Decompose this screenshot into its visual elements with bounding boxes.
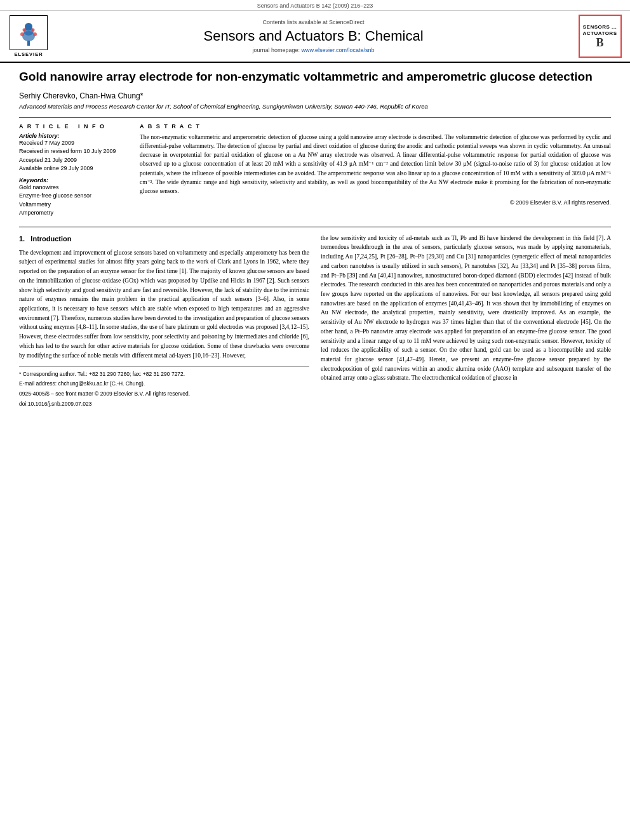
history-label: Article history: [19,133,127,139]
section1-title-text: Introduction [30,235,71,243]
received-date: Received 7 May 2009 [19,139,127,148]
journal-title: Sensors and Actuators B: Chemical [203,28,423,44]
elsevier-logo: ELSEVIER [6,15,51,58]
footnote-doi: doi:10.1016/j.snb.2009.07.023 [19,401,309,408]
body-left-col: 1. Introduction The development and impr… [19,234,309,410]
journal-citation-bar: Sensors and Actuators B 142 (2009) 216–2… [0,0,630,11]
info-abstract-section: A R T I C L E I N F O Article history: R… [19,123,611,222]
email-label: E-mail address: [19,380,57,387]
revised-date: Received in revised form 10 July 2009 [19,147,127,156]
sensors-logo-box: SENSORS ... ACTUATORS B [579,15,622,58]
article-title: Gold nanowire array electrode for non-en… [19,69,611,85]
abstract-heading: A B S T R A C T [140,123,611,130]
article-info-panel: A R T I C L E I N F O Article history: R… [19,123,127,222]
article-info-heading: A R T I C L E I N F O [19,123,127,130]
svg-point-7 [32,29,35,32]
authors: Serhiy Cherevko, Chan-Hwa Chung* [19,91,611,100]
copyright-notice: © 2009 Elsevier B.V. All rights reserved… [140,199,611,206]
svg-point-4 [20,32,24,36]
keyword-1: Gold nanowires [19,183,127,192]
affiliation: Advanced Materials and Process Research … [19,103,611,110]
svg-point-6 [23,29,26,32]
divider-1 [19,117,611,118]
article-content: Gold nanowire array electrode for non-en… [0,63,630,417]
sciencedirect-notice: Contents lists available at ScienceDirec… [262,19,364,25]
journal-header: ELSEVIER Contents lists available at Sci… [0,11,630,63]
footnote-email: E-mail address: chchung@skku.ac.kr (C.-H… [19,380,309,388]
keyword-4: Amperometry [19,209,127,218]
elsevier-tree-icon [16,18,41,47]
available-date: Available online 29 July 2009 [19,164,127,173]
homepage-url[interactable]: www.elsevier.com/locate/snb [302,47,375,53]
svg-point-5 [33,32,37,36]
accepted-date: Accepted 21 July 2009 [19,156,127,165]
article-keywords: Keywords: Gold nanowires Enzyme-free glu… [19,177,127,218]
footnote-corresponding: * Corresponding author. Tel.: +82 31 290… [19,371,309,378]
body-right-col: the low sensitivity and toxicity of ad-m… [321,234,611,410]
journal-homepage: journal homepage: www.elsevier.com/locat… [252,47,374,53]
email-value: chchung@skku.ac.kr (C.-H. Chung). [58,380,145,387]
article-history: Article history: Received 7 May 2009 Rec… [19,133,127,173]
footnotes: * Corresponding author. Tel.: +82 31 290… [19,366,309,408]
journal-center-info: Contents lists available at ScienceDirec… [56,15,571,58]
svg-point-3 [25,23,32,30]
elsevier-logo-box [10,15,48,50]
journal-citation: Sensors and Actuators B 142 (2009) 216–2… [257,3,373,9]
keywords-label: Keywords: [19,177,127,183]
keyword-3: Voltammetry [19,201,127,210]
footnote-issn: 0925-4005/$ – see front matter © 2009 El… [19,390,309,398]
sciencedirect-prefix: Contents lists available at ScienceDirec… [262,19,364,25]
body-section: 1. Introduction The development and impr… [19,234,611,410]
section1-title: 1. Introduction [19,234,309,244]
page-wrapper: Sensors and Actuators B 142 (2009) 216–2… [0,0,630,417]
intro-right-paragraph: the low sensitivity and toxicity of ad-m… [321,234,611,383]
sensors-logo-b: B [596,37,603,48]
elsevier-wordmark: ELSEVIER [14,51,43,57]
divider-2 [19,227,611,227]
homepage-label: journal homepage: [252,47,300,53]
abstract-text: The non-enzymatic voltammetric and amper… [140,133,611,196]
section1-number: 1. [19,235,25,243]
sensors-logo-container: SENSORS ... ACTUATORS B [576,15,624,58]
abstract-panel: A B S T R A C T The non-enzymatic voltam… [140,123,611,222]
intro-left-paragraph: The development and improvement of gluco… [19,248,309,361]
authors-text: Serhiy Cherevko, Chan-Hwa Chung* [19,91,143,100]
sensors-logo-text-line1: SENSORS ... [583,24,617,30]
keyword-2: Enzyme-free glucose sensor [19,192,127,201]
svg-rect-0 [27,41,30,46]
